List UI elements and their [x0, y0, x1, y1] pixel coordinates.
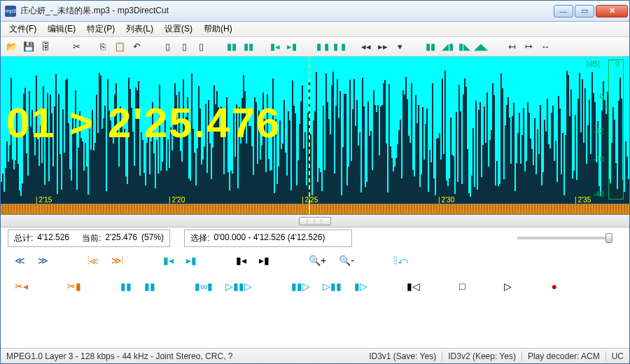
record-button[interactable]: ● [551, 281, 556, 292]
sel-begin-icon[interactable]: ↤ [505, 40, 519, 54]
time-tick: 2'30 [438, 196, 454, 204]
arrow-left-icon[interactable]: ◂◂ [359, 40, 373, 54]
select-label: 选择: [190, 232, 209, 244]
select-value: 0'00.000 - 4'12.526 (4'12.526) [214, 232, 325, 244]
range1-icon[interactable]: ▮ ▮ [316, 40, 330, 54]
scroll-thumb[interactable]: ⋮⋮⋮ [299, 217, 331, 225]
status-decoder: Play decoder: ACM [528, 351, 600, 361]
status-id3v2: ID3v2 (Keep: Yes) [448, 351, 516, 361]
doc-icon[interactable]: ▯ [160, 40, 174, 54]
menubar: 文件(F) 编辑(E) 特定(P) 列表(L) 设置(S) 帮助(H) [1, 22, 629, 37]
minimize-button[interactable]: — [554, 5, 573, 18]
menu-file[interactable]: 文件(F) [4, 22, 42, 36]
cut-icon[interactable]: ✂ [69, 40, 83, 54]
app-window: mp3 庄心妍_-_未结的果.mp3 - mp3DirectCut — ▭ ✕ … [0, 0, 630, 364]
time-tick: 2'35 [575, 196, 591, 204]
status-id3v1: ID3v1 (Save: Yes) [369, 351, 436, 361]
selection-box[interactable]: 选择: 0'00.000 - 4'12.526 (4'12.526) [184, 230, 352, 247]
waveform-display[interactable]: 01 > 2'25.476 [dB] 0 -6 -12 -18 -48 2'15… [1, 57, 629, 204]
frame-back-button[interactable]: ▮◂ [236, 255, 246, 266]
total-time-box[interactable]: 总计: 4'12.526 当前: 2'25.476 (57%) [8, 230, 170, 247]
overview-bar[interactable] [1, 204, 629, 215]
play-button[interactable]: ▷ [504, 281, 512, 292]
rewind-button[interactable]: ▮◁ [407, 281, 420, 292]
copy-icon[interactable]: ⎘ [96, 40, 110, 54]
marker2-icon[interactable]: ▮▮ [241, 40, 255, 54]
toolbar: 📂 💾 🗄 ✂ ⎘ 📋 ↶ ▯ ▯ ▯ ▮▮ ▮▮ ▮◂ ▸▮ ▮ ▮ ▮ ▮ … [1, 37, 629, 57]
transport-controls: ✂◂ ✂▮ ▮▮ ▮▮ ▮∞▮ ▷▮▮▷ ▮▮▷ ▷▮▮ ▮▷ ▮◁ □ ▷ ● [1, 272, 629, 300]
menu-edit[interactable]: 编辑(E) [42, 22, 81, 36]
window-title: 庄心妍_-_未结的果.mp3 - mp3DirectCut [20, 5, 554, 17]
marker1-icon[interactable]: ▮▮ [225, 40, 239, 54]
nav-controls: ≪ ≫ ⦙≪ ≫⦙ ▮◂ ▸▮ ▮◂ ▸▮ 🔍+ 🔍- ⦙⦙↶ [1, 248, 629, 272]
stop-button[interactable]: □ [459, 281, 465, 292]
frame-fwd-button[interactable]: ▸▮ [259, 255, 270, 266]
zoom-out-button[interactable]: 🔍- [339, 255, 354, 266]
sel-end-icon[interactable]: ↦ [522, 40, 536, 54]
statusbar: MPEG1.0 Layer 3 - 128 kbps - 44 kHz - Jo… [1, 348, 629, 363]
titlebar[interactable]: mp3 庄心妍_-_未结的果.mp3 - mp3DirectCut — ▭ ✕ [1, 1, 629, 22]
trim-button[interactable]: ✂▮ [67, 281, 81, 292]
zoom-sel-button[interactable]: ⦙⦙↶ [393, 255, 408, 267]
sel-start-button[interactable]: ▮◂ [163, 255, 174, 266]
menu-help[interactable]: 帮助(H) [198, 22, 238, 36]
info-row: 总计: 4'12.526 当前: 2'25.476 (57%) 选择: 0'00… [1, 227, 629, 248]
gain1-icon[interactable]: ▮▮ [424, 40, 438, 54]
current-pct: (57%) [141, 232, 164, 244]
db-tick: -6 [597, 92, 604, 100]
set-begin-button[interactable]: ▮▮ [120, 281, 132, 292]
current-label: 当前: [82, 232, 101, 244]
volume-slider[interactable] [517, 237, 608, 239]
range2-icon[interactable]: ▮ ▮ [332, 40, 346, 54]
overview-cursor[interactable] [309, 204, 310, 214]
set-end-button[interactable]: ▮▮ [144, 281, 155, 292]
doc-next-icon[interactable]: ▯ [194, 40, 208, 54]
menu-settings[interactable]: 设置(S) [159, 22, 198, 36]
menu-list[interactable]: 列表(L) [120, 22, 159, 36]
current-value: 2'25.476 [105, 232, 137, 244]
savelist-icon[interactable]: 🗄 [38, 40, 52, 54]
playhead-cursor[interactable] [309, 57, 310, 204]
menu-special[interactable]: 特定(P) [81, 22, 120, 36]
marker3-icon[interactable]: ▮◂ [268, 40, 282, 54]
time-overlay: 01 > 2'25.476 [6, 99, 281, 147]
scroll-strip[interactable]: ⋮⋮⋮ [1, 215, 629, 227]
paste-icon[interactable]: 📋 [113, 40, 127, 54]
prev-cue-button[interactable]: ⦙≪ [88, 255, 99, 267]
close-button[interactable]: ✕ [596, 5, 628, 18]
loop-button[interactable]: ▮∞▮ [195, 281, 213, 292]
skip-fwd-large-button[interactable]: ≫ [38, 255, 48, 266]
sel-end-button[interactable]: ▸▮ [186, 255, 197, 266]
time-tick: 2'20 [169, 196, 185, 204]
slider-thumb[interactable] [606, 233, 612, 243]
next-cue-button[interactable]: ≫⦙ [111, 255, 124, 267]
db-scale: [dB] 0 -6 -12 -18 -48 [584, 57, 626, 204]
play-out-button[interactable]: ▷▮▮ [323, 281, 342, 292]
cut-selection-button[interactable]: ✂◂ [15, 281, 28, 292]
skip-back-large-button[interactable]: ≪ [15, 255, 25, 266]
arrow-down-icon[interactable]: ▾ [393, 40, 407, 54]
status-uc: UC [612, 351, 624, 361]
save-icon[interactable]: 💾 [22, 40, 36, 54]
play-in-button[interactable]: ▮▮▷ [291, 281, 310, 292]
db-meter [608, 59, 624, 200]
open-icon[interactable]: 📂 [5, 40, 19, 54]
gain4-icon[interactable]: ◢◣ [474, 40, 488, 54]
gain3-icon[interactable]: ▮◣ [457, 40, 471, 54]
arrow-right-icon[interactable]: ▸▸ [376, 40, 390, 54]
time-tick: 2'15 [36, 196, 52, 204]
marker4-icon[interactable]: ▸▮ [285, 40, 299, 54]
maximize-button[interactable]: ▭ [575, 5, 594, 18]
app-icon: mp3 [5, 6, 16, 17]
total-value: 4'12.526 [37, 232, 69, 244]
time-tick: 2'25 [302, 196, 318, 204]
db-header: [dB] [586, 59, 600, 68]
doc-prev-icon[interactable]: ▯ [177, 40, 191, 54]
db-tick: -18 [593, 155, 604, 163]
play-sel-button[interactable]: ▷▮▮▷ [225, 281, 252, 292]
gain2-icon[interactable]: ◢▮ [440, 40, 454, 54]
sel-both-icon[interactable]: ↔ [538, 40, 552, 54]
play-from-button[interactable]: ▮▷ [354, 281, 368, 292]
zoom-in-button[interactable]: 🔍+ [309, 255, 326, 266]
undo-icon[interactable]: ↶ [130, 40, 144, 54]
